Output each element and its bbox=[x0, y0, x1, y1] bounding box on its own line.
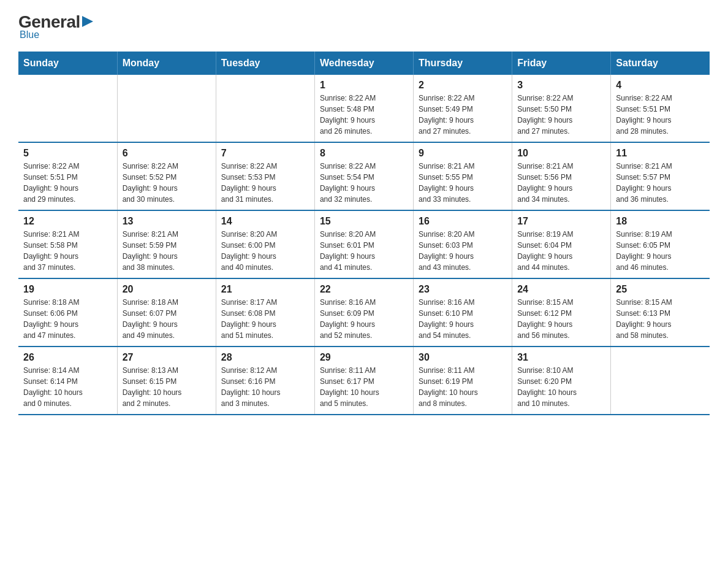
day-number: 1 bbox=[320, 80, 408, 91]
day-number: 8 bbox=[320, 148, 408, 159]
day-info: Sunrise: 8:19 AM Sunset: 6:04 PM Dayligh… bbox=[517, 229, 605, 273]
day-number: 15 bbox=[320, 216, 408, 227]
day-number: 29 bbox=[320, 352, 408, 363]
calendar-table: SundayMondayTuesdayWednesdayThursdayFrid… bbox=[18, 52, 710, 415]
day-info: Sunrise: 8:18 AM Sunset: 6:07 PM Dayligh… bbox=[123, 297, 211, 341]
header-cell-thursday: Thursday bbox=[414, 52, 512, 75]
day-number: 2 bbox=[419, 80, 507, 91]
day-info: Sunrise: 8:21 AM Sunset: 5:57 PM Dayligh… bbox=[616, 161, 705, 205]
header-row: SundayMondayTuesdayWednesdayThursdayFrid… bbox=[18, 52, 710, 75]
header-cell-friday: Friday bbox=[512, 52, 611, 75]
day-info: Sunrise: 8:22 AM Sunset: 5:54 PM Dayligh… bbox=[320, 161, 408, 205]
day-info: Sunrise: 8:13 AM Sunset: 6:15 PM Dayligh… bbox=[123, 365, 211, 409]
calendar-body: 1Sunrise: 8:22 AM Sunset: 5:48 PM Daylig… bbox=[18, 75, 710, 415]
day-info: Sunrise: 8:16 AM Sunset: 6:09 PM Dayligh… bbox=[320, 297, 408, 341]
logo-arrow-icon bbox=[82, 15, 93, 28]
calendar-cell: 6Sunrise: 8:22 AM Sunset: 5:52 PM Daylig… bbox=[117, 142, 216, 210]
day-number: 14 bbox=[221, 216, 309, 227]
day-info: Sunrise: 8:17 AM Sunset: 6:08 PM Dayligh… bbox=[221, 297, 309, 341]
day-info: Sunrise: 8:10 AM Sunset: 6:20 PM Dayligh… bbox=[517, 365, 605, 409]
header-cell-saturday: Saturday bbox=[611, 52, 710, 75]
day-info: Sunrise: 8:11 AM Sunset: 6:19 PM Dayligh… bbox=[419, 365, 507, 409]
day-info: Sunrise: 8:15 AM Sunset: 6:12 PM Dayligh… bbox=[517, 297, 605, 341]
day-info: Sunrise: 8:20 AM Sunset: 6:03 PM Dayligh… bbox=[419, 229, 507, 273]
day-info: Sunrise: 8:21 AM Sunset: 5:55 PM Dayligh… bbox=[419, 161, 507, 205]
calendar-cell: 16Sunrise: 8:20 AM Sunset: 6:03 PM Dayli… bbox=[414, 210, 512, 278]
day-number: 25 bbox=[616, 284, 705, 295]
calendar-cell: 20Sunrise: 8:18 AM Sunset: 6:07 PM Dayli… bbox=[117, 278, 216, 347]
logo: General Blue bbox=[18, 12, 93, 40]
day-number: 22 bbox=[320, 284, 408, 295]
calendar-cell: 11Sunrise: 8:21 AM Sunset: 5:57 PM Dayli… bbox=[611, 142, 710, 210]
day-info: Sunrise: 8:20 AM Sunset: 6:01 PM Dayligh… bbox=[320, 229, 408, 273]
svg-marker-0 bbox=[82, 16, 93, 27]
header-cell-monday: Monday bbox=[117, 52, 216, 75]
calendar-cell: 7Sunrise: 8:22 AM Sunset: 5:53 PM Daylig… bbox=[216, 142, 314, 210]
day-number: 19 bbox=[23, 284, 112, 295]
day-info: Sunrise: 8:21 AM Sunset: 5:59 PM Dayligh… bbox=[123, 229, 211, 273]
day-info: Sunrise: 8:19 AM Sunset: 6:05 PM Dayligh… bbox=[616, 229, 705, 273]
calendar-cell: 30Sunrise: 8:11 AM Sunset: 6:19 PM Dayli… bbox=[414, 347, 512, 415]
calendar-cell: 8Sunrise: 8:22 AM Sunset: 5:54 PM Daylig… bbox=[314, 142, 413, 210]
calendar-cell: 24Sunrise: 8:15 AM Sunset: 6:12 PM Dayli… bbox=[512, 278, 611, 347]
week-row-1: 5Sunrise: 8:22 AM Sunset: 5:51 PM Daylig… bbox=[18, 142, 710, 210]
day-number: 20 bbox=[123, 284, 211, 295]
day-number: 12 bbox=[23, 216, 112, 227]
day-number: 10 bbox=[517, 148, 605, 159]
calendar-cell: 27Sunrise: 8:13 AM Sunset: 6:15 PM Dayli… bbox=[117, 347, 216, 415]
day-number: 9 bbox=[419, 148, 507, 159]
day-info: Sunrise: 8:22 AM Sunset: 5:49 PM Dayligh… bbox=[419, 93, 507, 137]
calendar-cell bbox=[216, 75, 314, 142]
calendar-cell: 26Sunrise: 8:14 AM Sunset: 6:14 PM Dayli… bbox=[18, 347, 117, 415]
calendar-cell: 9Sunrise: 8:21 AM Sunset: 5:55 PM Daylig… bbox=[414, 142, 512, 210]
calendar-cell: 22Sunrise: 8:16 AM Sunset: 6:09 PM Dayli… bbox=[314, 278, 413, 347]
day-info: Sunrise: 8:21 AM Sunset: 5:58 PM Dayligh… bbox=[23, 229, 112, 273]
day-number: 4 bbox=[616, 80, 705, 91]
day-info: Sunrise: 8:16 AM Sunset: 6:10 PM Dayligh… bbox=[419, 297, 507, 341]
day-info: Sunrise: 8:22 AM Sunset: 5:48 PM Dayligh… bbox=[320, 93, 408, 137]
page-header: General Blue bbox=[18, 12, 710, 40]
day-number: 26 bbox=[23, 352, 112, 363]
calendar-cell: 25Sunrise: 8:15 AM Sunset: 6:13 PM Dayli… bbox=[611, 278, 710, 347]
day-info: Sunrise: 8:15 AM Sunset: 6:13 PM Dayligh… bbox=[616, 297, 705, 341]
day-number: 23 bbox=[419, 284, 507, 295]
calendar-cell: 15Sunrise: 8:20 AM Sunset: 6:01 PM Dayli… bbox=[314, 210, 413, 278]
calendar-cell: 28Sunrise: 8:12 AM Sunset: 6:16 PM Dayli… bbox=[216, 347, 314, 415]
day-number: 11 bbox=[616, 148, 705, 159]
day-number: 31 bbox=[517, 352, 605, 363]
calendar-cell: 18Sunrise: 8:19 AM Sunset: 6:05 PM Dayli… bbox=[611, 210, 710, 278]
calendar-cell: 17Sunrise: 8:19 AM Sunset: 6:04 PM Dayli… bbox=[512, 210, 611, 278]
day-info: Sunrise: 8:21 AM Sunset: 5:56 PM Dayligh… bbox=[517, 161, 605, 205]
day-number: 21 bbox=[221, 284, 309, 295]
calendar-cell bbox=[611, 347, 710, 415]
calendar-cell: 13Sunrise: 8:21 AM Sunset: 5:59 PM Dayli… bbox=[117, 210, 216, 278]
calendar-cell: 29Sunrise: 8:11 AM Sunset: 6:17 PM Dayli… bbox=[314, 347, 413, 415]
day-number: 3 bbox=[517, 80, 605, 91]
header-cell-sunday: Sunday bbox=[18, 52, 117, 75]
day-info: Sunrise: 8:20 AM Sunset: 6:00 PM Dayligh… bbox=[221, 229, 309, 273]
calendar-cell: 5Sunrise: 8:22 AM Sunset: 5:51 PM Daylig… bbox=[18, 142, 117, 210]
calendar-cell: 14Sunrise: 8:20 AM Sunset: 6:00 PM Dayli… bbox=[216, 210, 314, 278]
day-number: 30 bbox=[419, 352, 507, 363]
day-info: Sunrise: 8:22 AM Sunset: 5:52 PM Dayligh… bbox=[123, 161, 211, 205]
day-number: 17 bbox=[517, 216, 605, 227]
day-number: 7 bbox=[221, 148, 309, 159]
calendar-cell: 12Sunrise: 8:21 AM Sunset: 5:58 PM Dayli… bbox=[18, 210, 117, 278]
week-row-2: 12Sunrise: 8:21 AM Sunset: 5:58 PM Dayli… bbox=[18, 210, 710, 278]
header-cell-wednesday: Wednesday bbox=[314, 52, 413, 75]
header-cell-tuesday: Tuesday bbox=[216, 52, 314, 75]
calendar-cell: 21Sunrise: 8:17 AM Sunset: 6:08 PM Dayli… bbox=[216, 278, 314, 347]
day-number: 24 bbox=[517, 284, 605, 295]
calendar-cell: 31Sunrise: 8:10 AM Sunset: 6:20 PM Dayli… bbox=[512, 347, 611, 415]
calendar-cell: 23Sunrise: 8:16 AM Sunset: 6:10 PM Dayli… bbox=[414, 278, 512, 347]
day-number: 6 bbox=[123, 148, 211, 159]
day-info: Sunrise: 8:22 AM Sunset: 5:53 PM Dayligh… bbox=[221, 161, 309, 205]
calendar-cell: 10Sunrise: 8:21 AM Sunset: 5:56 PM Dayli… bbox=[512, 142, 611, 210]
week-row-3: 19Sunrise: 8:18 AM Sunset: 6:06 PM Dayli… bbox=[18, 278, 710, 347]
day-number: 13 bbox=[123, 216, 211, 227]
day-info: Sunrise: 8:11 AM Sunset: 6:17 PM Dayligh… bbox=[320, 365, 408, 409]
day-number: 16 bbox=[419, 216, 507, 227]
day-number: 28 bbox=[221, 352, 309, 363]
calendar-cell: 4Sunrise: 8:22 AM Sunset: 5:51 PM Daylig… bbox=[611, 75, 710, 142]
day-info: Sunrise: 8:22 AM Sunset: 5:51 PM Dayligh… bbox=[23, 161, 112, 205]
